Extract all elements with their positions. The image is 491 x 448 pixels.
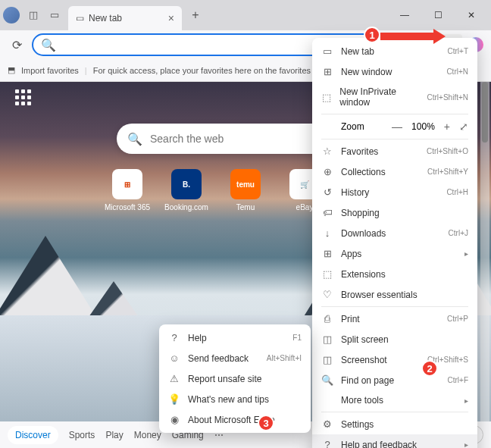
refresh-button[interactable]: ⟳ [6,34,27,55]
help-icon: ? [321,439,333,448]
nav-discover[interactable]: Discover [8,426,58,444]
inprivate-icon: ⬚ [321,92,332,103]
menu-shopping[interactable]: 🏷Shopping [312,202,477,223]
extensions-icon: ⬚ [321,268,333,280]
scrollbar[interactable] [480,82,489,448]
workspaces-icon[interactable]: ◫ [26,7,41,22]
new-tab-button[interactable]: + [185,5,206,26]
chevron-right-icon: ▸ [464,249,468,258]
menu-extensions[interactable]: ⬚Extensions [312,264,477,284]
collections-icon: ⊕ [321,166,333,177]
scroll-thumb[interactable] [482,82,488,143]
tab-icon: ▭ [321,45,333,57]
tile-label: Temu [223,203,268,211]
tab-icon: ▭ [76,13,84,23]
menu-split-screen[interactable]: ◫Split screen [312,329,477,349]
star-icon: ☆ [321,146,333,157]
quick-link-tile[interactable]: B.Booking.com [164,169,209,211]
screenshot-icon: ◫ [321,354,333,365]
menu-print[interactable]: ⎙PrintCtrl+P [312,309,477,329]
maximize-button[interactable]: ☐ [421,4,455,27]
menu-favorites[interactable]: ☆FavoritesCtrl+Shift+O [312,141,477,161]
apps-launcher-icon[interactable] [15,89,33,108]
menu-screenshot[interactable]: ◫ScreenshotCtrl+Shift+S [312,349,477,370]
shopping-icon: 🏷 [321,207,333,218]
annotation-badge-3: 3 [258,415,274,431]
heart-icon: ♡ [321,289,333,300]
menu-help-feedback[interactable]: ?Help and feedback▸ [312,434,477,448]
tab-actions-icon[interactable]: ▭ [47,7,62,22]
search-icon: 🔍 [127,132,142,146]
menu-zoom: Zoom — 100% + ⤢ [312,116,477,137]
submenu-help[interactable]: ?HelpF1 [159,327,311,348]
tile-label: Microsoft 365 [105,203,150,211]
favorites-hint: For quick access, place your favorites h… [93,66,327,75]
menu-more-tools[interactable]: More tools▸ [312,390,477,410]
tab-title: New tab [89,13,122,23]
tile-icon: B. [171,169,202,199]
apps-icon: ⊞ [321,248,333,259]
fullscreen-button[interactable]: ⤢ [459,121,468,133]
menu-browser-essentials[interactable]: ♡Browser essentials [312,284,477,305]
help-feedback-submenu: ?HelpF1 ☺Send feedbackAlt+Shift+I ⚠Repor… [159,324,311,433]
search-icon: 🔍 [41,38,56,52]
nav-sports[interactable]: Sports [69,430,95,440]
submenu-about-edge[interactable]: ◉About Microsoft Edge [159,409,311,430]
annotation-badge-2: 2 [421,360,438,377]
zoom-in-button[interactable]: + [444,121,450,133]
minimize-button[interactable]: — [388,4,421,27]
menu-new-window[interactable]: ⊞New windowCtrl+N [312,61,477,82]
tile-icon: ⊞ [112,169,142,199]
nav-money[interactable]: Money [134,430,161,440]
gear-icon: ⚙ [321,418,333,430]
submenu-whats-new[interactable]: 💡What's new and tips [159,389,311,409]
help-icon: ? [168,332,180,343]
menu-collections[interactable]: ⊕CollectionsCtrl+Shift+Y [312,161,477,182]
quick-link-tile[interactable]: ⊞Microsoft 365 [105,169,150,211]
lightbulb-icon: 💡 [168,393,180,405]
zoom-value: 100% [411,121,435,132]
print-icon: ⎙ [321,313,333,324]
menu-inprivate[interactable]: ⬚New InPrivate windowCtrl+Shift+N [312,82,477,112]
profile-avatar[interactable] [3,7,20,23]
close-tab-icon[interactable]: × [168,12,174,24]
quick-link-tile[interactable]: temuTemu [223,169,268,211]
feedback-icon: ☺ [168,352,180,364]
nav-play[interactable]: Play [105,430,123,440]
zoom-out-button[interactable]: — [392,121,402,133]
submenu-send-feedback[interactable]: ☺Send feedbackAlt+Shift+I [159,348,311,368]
window-icon: ⊞ [321,66,333,77]
menu-settings[interactable]: ⚙Settings [312,414,477,434]
menu-history[interactable]: ↺HistoryCtrl+H [312,182,477,202]
chevron-right-icon: ▸ [464,396,468,405]
menu-find-on-page[interactable]: 🔍Find on pageCtrl+F [312,370,477,390]
menu-downloads[interactable]: ↓DownloadsCtrl+J [312,223,477,243]
edge-icon: ◉ [168,414,180,425]
browser-tab[interactable]: ▭ New tab × [68,6,182,30]
close-window-button[interactable]: ✕ [455,4,488,27]
settings-and-more-menu: ▭New tabCtrl+T ⊞New windowCtrl+N ⬚New In… [312,38,477,448]
tile-icon: temu [230,169,261,199]
find-icon: 🔍 [321,374,333,386]
annotation-arrow [380,30,446,45]
split-icon: ◫ [321,334,333,345]
tile-label: Booking.com [164,203,209,211]
download-icon: ↓ [321,227,333,239]
import-favorites-icon[interactable]: ⬒ [8,65,15,75]
titlebar: ◫ ▭ ▭ New tab × + — ☐ ✕ [0,0,491,30]
warning-icon: ⚠ [168,373,180,384]
menu-apps[interactable]: ⊞Apps▸ [312,243,477,264]
import-favorites-label[interactable]: Import favorites [21,66,79,75]
submenu-report-unsafe[interactable]: ⚠Report unsafe site [159,368,311,389]
history-icon: ↺ [321,186,333,198]
chevron-right-icon: ▸ [464,440,468,448]
annotation-badge-1: 1 [364,27,380,43]
